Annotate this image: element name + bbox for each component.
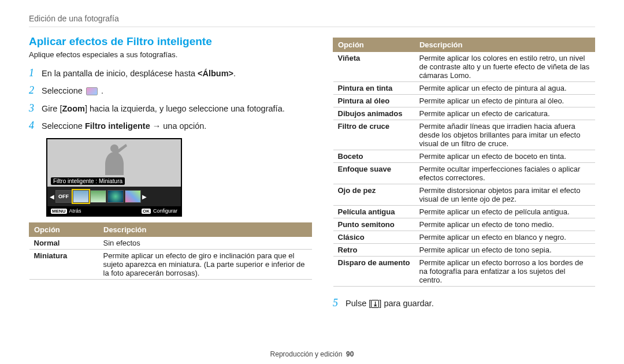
option-name: Clásico (333, 231, 415, 244)
option-desc: Permite aplicar los colores en estilo re… (414, 52, 595, 82)
steps-list-continued: 5 Pulse [⤓] para guardar. (333, 296, 595, 310)
option-name: Pintura en tinta (333, 82, 415, 95)
section-intro: Aplique efectos especiales a sus fotogra… (29, 50, 312, 59)
step-number: 3 (29, 101, 42, 115)
step-number: 1 (29, 66, 42, 80)
table-row: Pintura al óleoPermite aplicar un efecto… (333, 95, 595, 107)
ok-button-label: OK (142, 209, 151, 214)
step-number: 2 (29, 83, 42, 97)
option-desc: Permite aplicar un efecto de giro e incl… (99, 250, 312, 280)
step-number: 4 (29, 118, 42, 132)
option-desc: Permite ocultar imperfecciones faciales … (414, 163, 595, 184)
page-footer: Reproducción y edición 90 (0, 350, 624, 358)
option-desc: Permite aplicar un efecto de película an… (414, 206, 595, 218)
option-name: Normal (29, 237, 99, 250)
step-4-text: Seleccione Filtro inteligente → una opci… (42, 121, 206, 132)
option-desc: Permite aplicar un efecto borroso a los … (414, 257, 595, 287)
menu-button-label: MENU (51, 209, 67, 214)
th-description: Descripción (99, 223, 312, 237)
table-row: ClásicoPermite aplicar un efecto en blan… (333, 231, 595, 244)
filter-thumb-off: OFF (55, 190, 72, 203)
table-row: Punto semitonoPermite aplicar un efecto … (333, 218, 595, 231)
steps-list: 1 En la pantalla de inicio, desplácese h… (29, 66, 312, 132)
step-5-text: Pulse [⤓] para guardar. (346, 298, 434, 310)
option-desc: Permite aplicar un efecto de pintura al … (414, 95, 595, 107)
option-name: Punto semitono (333, 218, 415, 231)
options-table-right: Opción Descripción ViñetaPermite aplicar… (333, 38, 595, 287)
table-row: Pintura en tintaPermite aplicar un efect… (333, 82, 595, 95)
table-row: RetroPermite aplicar un efecto de tono s… (333, 244, 595, 257)
chevron-left-icon: ◀ (50, 194, 54, 200)
filter-thumb (107, 190, 124, 203)
step-1-text: En la pantalla de inicio, desplácese has… (42, 68, 236, 80)
table-row: Disparo de aumentoPermite aplicar un efe… (333, 257, 595, 287)
option-desc: Permite aplicar un efecto de tono sepia. (414, 244, 595, 257)
option-name: Retro (333, 244, 415, 257)
album-icon (86, 87, 98, 95)
option-name: Miniatura (29, 250, 99, 280)
filter-thumb-selected (73, 190, 89, 203)
option-name: Disparo de aumento (333, 257, 415, 287)
table-row: Enfoque suavePermite ocultar imperfeccio… (333, 163, 595, 184)
th-description: Descripción (414, 38, 595, 52)
down-key-icon: ⤓ (371, 300, 379, 308)
option-desc: Sin efectos (99, 237, 312, 250)
preview-footbar: MENUAtrás OKConfigurar (47, 206, 181, 216)
table-row: NormalSin efectos (29, 237, 312, 250)
option-desc: Permite aplicar un efecto de tono medio. (414, 218, 595, 231)
option-name: Boceto (333, 150, 415, 163)
option-name: Pintura al óleo (333, 95, 415, 107)
option-desc: Permite aplicar un efecto de caricatura. (414, 107, 595, 120)
section-heading: Aplicar efectos de Filtro inteligente (29, 35, 312, 48)
option-desc: Permite distorsionar objetos para imitar… (414, 184, 595, 206)
option-name: Dibujos animados (333, 107, 415, 120)
option-desc: Permite aplicar un efecto de pintura al … (414, 82, 595, 95)
table-row: Película antiguaPermite aplicar un efect… (333, 206, 595, 218)
breadcrumb: Edición de una fotografía (29, 14, 595, 27)
table-row: BocetoPermite aplicar un efecto de bocet… (333, 150, 595, 163)
step-number: 5 (333, 296, 346, 310)
option-desc: Permite aplicar un efecto de boceto en t… (414, 150, 595, 163)
option-name: Ojo de pez (333, 184, 415, 206)
option-name: Filtro de cruce (333, 120, 415, 150)
filter-thumb (125, 190, 141, 203)
option-desc: Permite aplicar un efecto en blanco y ne… (414, 231, 595, 244)
filter-thumb (90, 190, 106, 203)
chevron-right-icon: ▶ (142, 194, 147, 200)
options-table-left: Opción Descripción NormalSin efectosMini… (29, 222, 312, 280)
filter-banner: Filtro inteligente : Miniatura (51, 177, 125, 185)
step-2-text: Seleccione . (42, 86, 103, 97)
table-row: Ojo de pezPermite distorsionar objetos p… (333, 184, 595, 206)
option-desc: Permite añadir líneas que irradien hacia… (414, 120, 595, 150)
table-row: Filtro de crucePermite añadir líneas que… (333, 120, 595, 150)
option-name: Enfoque suave (333, 163, 415, 184)
filter-strip: ◀ OFF ▶ (47, 187, 181, 206)
table-row: Dibujos animadosPermite aplicar un efect… (333, 107, 595, 120)
th-option: Opción (333, 38, 415, 52)
table-row: MiniaturaPermite aplicar un efecto de gi… (29, 250, 312, 280)
th-option: Opción (29, 223, 99, 237)
option-name: Viñeta (333, 52, 415, 82)
option-name: Película antigua (333, 206, 415, 218)
table-row: ViñetaPermite aplicar los colores en est… (333, 52, 595, 82)
step-3-text: Gire [Zoom] hacia la izquierda, y luego … (42, 103, 285, 115)
camera-ui-preview: Filtro inteligente : Miniatura ◀ OFF ▶ M… (46, 138, 182, 217)
